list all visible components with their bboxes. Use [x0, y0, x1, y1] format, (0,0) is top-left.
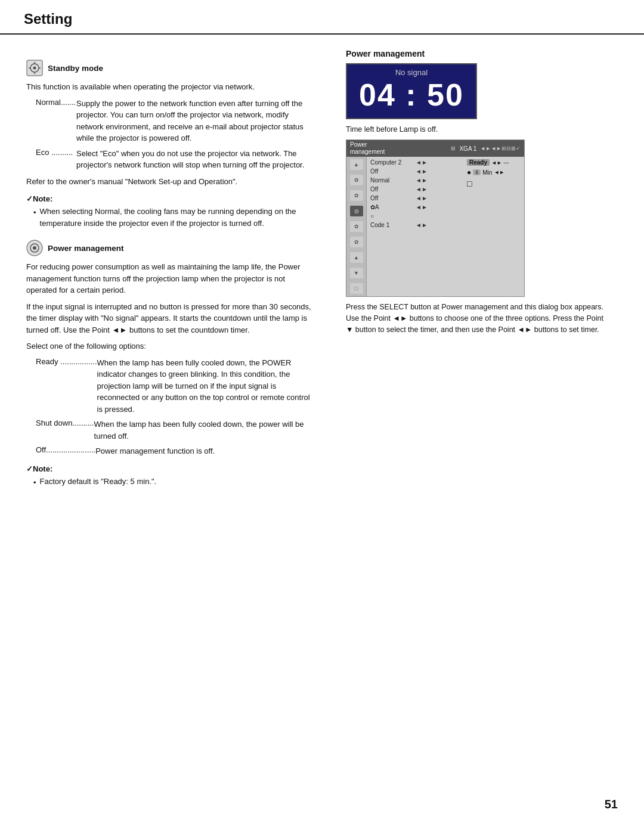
- osd-sidebar-item-3: ✿: [350, 221, 363, 232]
- osd-icon-arrow: ◄►◄►⊞⊟⊠✓: [480, 145, 521, 151]
- osd-row-off1: Off ◄►: [370, 168, 462, 175]
- osd-body: ▲ ✿ ✿ ◎ ✿ ✿ ▲ ▼ □: [346, 157, 524, 296]
- pm-bullet-dot: •: [33, 477, 36, 489]
- osd-row-off2: Off ◄►: [370, 186, 462, 193]
- osd-bullet: ●: [467, 168, 471, 176]
- pm-def-ready: Ready ................. When the lamp ha…: [36, 357, 316, 415]
- osd-min-value: 6: [473, 169, 481, 175]
- standby-term-eco: Eco ..........: [36, 148, 76, 157]
- pm-note-label: ✓Note:: [26, 464, 316, 473]
- osd-square: □: [467, 179, 472, 188]
- standby-note-bullet-1: • When selecting Normal, the cooling fan…: [33, 206, 316, 229]
- osd-arrow-off1: ◄►: [416, 168, 428, 175]
- osd-sidebar-item-sq: □: [350, 283, 363, 294]
- right-column: Power management No signal 04 : 50 Time …: [334, 35, 626, 511]
- standby-mode-icon: [26, 60, 43, 76]
- osd-row-normal: Normal ◄►: [370, 177, 462, 184]
- pm-desc-ready: When the lamp has been fully cooled down…: [97, 357, 316, 415]
- pm-desc-shutdown: When the lamp has been fully cooled down…: [94, 418, 316, 442]
- pm-right-title: Power management: [346, 49, 608, 58]
- pm-term-ready: Ready .................: [36, 357, 97, 366]
- pm-note-body: • Factory default is "Ready: 5 min.".: [33, 476, 316, 489]
- osd-right-row-ready: Ready ◄► —: [467, 159, 521, 166]
- osd-sidebar-item-up: ▲: [350, 159, 363, 170]
- osd-sidebar: ▲ ✿ ✿ ◎ ✿ ✿ ▲ ▼ □: [346, 157, 367, 296]
- standby-def-normal: Normal....... Supply the power to the ne…: [36, 98, 316, 144]
- osd-arrow-code1: ◄►: [416, 222, 428, 228]
- power-management-section-left: Power management For reducing power cons…: [26, 240, 316, 488]
- osd-sidebar-item-1: ✿: [350, 175, 363, 185]
- osd-sidebar-item-2: ✿: [350, 190, 363, 201]
- standby-note-body: • When selecting Normal, the cooling fan…: [33, 206, 316, 229]
- pm-display-box: No signal 04 : 50: [346, 63, 477, 119]
- osd-row-computer2: Computer 2 ◄►: [370, 159, 462, 166]
- pm-right-section: Power management No signal 04 : 50 Time …: [346, 49, 608, 335]
- standby-note: ✓Note: • When selecting Normal, the cool…: [26, 194, 316, 229]
- osd-icon-small: ⊞: [451, 145, 456, 151]
- standby-mode-title-row: Standby mode: [26, 60, 316, 76]
- power-management-label-left: Power management: [48, 244, 124, 253]
- standby-definitions: Normal....... Supply the power to the ne…: [36, 98, 316, 171]
- pm-time: 04 : 50: [353, 78, 470, 112]
- bullet-dot: •: [33, 207, 36, 219]
- osd-row-off3: Off ◄►: [370, 195, 462, 201]
- pm-def-off: Off....................... Power managem…: [36, 445, 316, 457]
- osd-label-computer2: Computer 2: [370, 159, 413, 166]
- pm-definitions: Ready ................. When the lamp ha…: [36, 357, 316, 457]
- osd-label-normal: Normal: [370, 177, 413, 184]
- osd-arrow-off2: ◄►: [416, 186, 428, 193]
- osd-sidebar-item-4: ✿: [350, 237, 363, 247]
- page-title: Setting: [24, 11, 620, 27]
- standby-def-eco: Eco .......... Select "Eco" when you do …: [36, 148, 316, 171]
- main-content: Standby mode This function is available …: [0, 35, 644, 511]
- standby-mode-section: Standby mode This function is available …: [26, 60, 316, 229]
- standby-intro: This function is available when operatin…: [26, 81, 316, 93]
- svg-point-2: [33, 67, 36, 70]
- power-management-title-row-left: Power management: [26, 240, 316, 256]
- osd-right-row-square: □: [467, 179, 521, 188]
- pm-instruction: Press the SELECT button at Power managem…: [346, 302, 608, 335]
- page-header: Setting: [0, 0, 644, 35]
- standby-note-label: ✓Note:: [26, 194, 316, 203]
- pm-intro: For reducing power consumption as well a…: [26, 261, 316, 296]
- pm-term-off: Off.......................: [36, 445, 95, 454]
- pm-note-text-1: Factory default is "Ready: 5 min.".: [40, 476, 157, 488]
- pm-note: ✓Note: • Factory default is "Ready: 5 mi…: [26, 464, 316, 489]
- standby-note-text-1: When selecting Normal, the cooling fans …: [40, 206, 316, 229]
- osd-screenshot: Power management ⊞ XGA 1 ◄►◄►⊞⊟⊠✓ ▲ ✿ ✿ …: [346, 139, 525, 297]
- osd-right-row-min: ● 6 Min ◄►: [467, 168, 521, 176]
- osd-label-code1: Code 1: [370, 222, 413, 228]
- left-column: Standby mode This function is available …: [0, 35, 334, 511]
- osd-arrow-off3: ◄►: [416, 195, 428, 201]
- osd-arrow-normal: ◄►: [416, 177, 428, 184]
- osd-label-circle: ○: [370, 213, 413, 219]
- pm-note-checkmark: ✓Note:: [26, 464, 52, 473]
- osd-header-right: XGA 1: [459, 145, 476, 152]
- standby-refer: Refer to the owner's manual "Network Set…: [26, 176, 316, 188]
- osd-sidebar-item-active: ◎: [350, 206, 363, 216]
- osd-label-off1: Off: [370, 168, 413, 175]
- osd-two-cols: Computer 2 ◄► Off ◄► Normal ◄►: [370, 159, 521, 231]
- pm-def-shutdown: Shut down.......... When the lamp has be…: [36, 418, 316, 442]
- osd-row-circle: ○: [370, 213, 462, 219]
- standby-note-checkmark: ✓Note:: [26, 194, 52, 203]
- pm-no-signal: No signal: [353, 68, 470, 77]
- osd-label-autoA: ✿A: [370, 204, 413, 210]
- osd-sidebar-item-arr-up: ▲: [350, 252, 363, 263]
- osd-row-code1: Code 1 ◄►: [370, 222, 462, 228]
- osd-arrow-computer2: ◄►: [416, 159, 428, 166]
- pm-caption: Time left before Lamp is off.: [346, 125, 608, 134]
- standby-mode-label: Standby mode: [48, 64, 103, 73]
- osd-min-label: Min: [482, 169, 492, 176]
- osd-left-rows: Computer 2 ◄► Off ◄► Normal ◄►: [370, 159, 462, 231]
- osd-value-ready: Ready: [467, 159, 490, 166]
- page-number: 51: [605, 798, 618, 811]
- osd-row-autoA: ✿A ◄►: [370, 204, 462, 210]
- pm-para2: If the input signal is interrupted and n…: [26, 301, 316, 336]
- osd-label-off2: Off: [370, 186, 413, 193]
- osd-arrow-autoA: ◄►: [416, 204, 428, 210]
- standby-term-normal: Normal.......: [36, 98, 76, 107]
- standby-desc-normal: Supply the power to the network function…: [76, 98, 316, 144]
- osd-arrow-ready: ◄► —: [491, 160, 509, 166]
- osd-right-rows: Ready ◄► — ● 6 Min ◄► □: [467, 159, 521, 231]
